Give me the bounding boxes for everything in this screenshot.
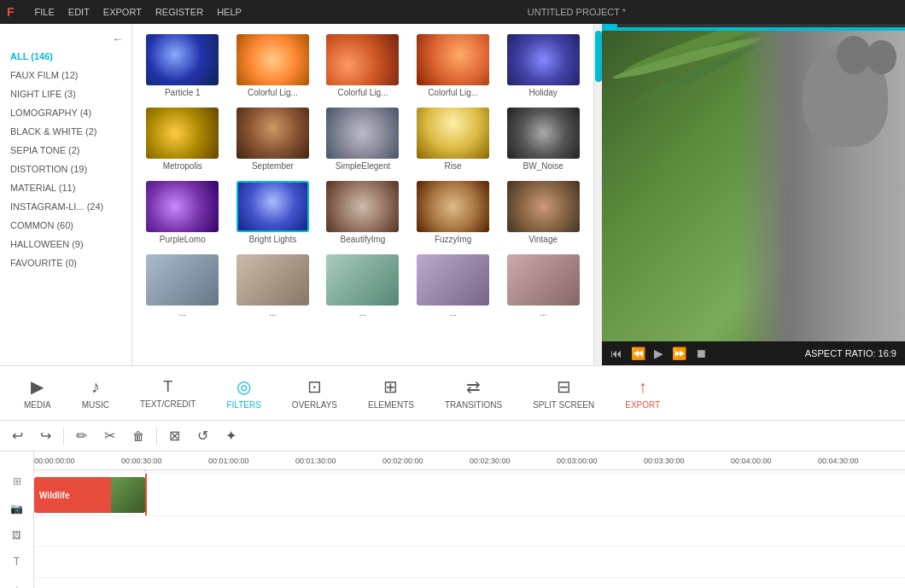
scroll-indicator[interactable] [593,24,602,365]
sidebar-item-lomography[interactable]: LOMOGRAPHY (4) [0,103,131,122]
music-icon: ♪ [91,377,100,397]
timeline-text-icon[interactable]: T [14,556,20,568]
sidebar-item-instagram[interactable]: INSTAGRAM-LI... (24) [0,197,131,216]
export-icon: ↑ [639,377,647,397]
filter-thumb-rise [417,108,489,159]
filter-item-r4d[interactable]: ... [410,251,497,321]
project-title: UNTITLED PROJECT * [528,7,626,17]
sidebar-item-sepia-tone[interactable]: SEPIA TONE (2) [0,141,131,160]
sidebar-item-black-white[interactable]: BLACK & WHITE (2) [0,122,131,141]
crop-button[interactable]: ⊠ [164,424,185,447]
ruler-tick-7: 00:03:30:00 [644,457,685,465]
edit-divider-2 [156,428,157,445]
menu-help[interactable]: HELP [217,7,242,17]
sidebar-item-distortion[interactable]: DISTORTION (19) [0,160,131,178]
timeline-image-icon[interactable]: 🖼 [12,530,21,540]
filter-label-r4c: ... [359,308,366,317]
filter-thumb-r4e [507,254,580,306]
filters-label: FILTERS [226,400,260,410]
menu-file[interactable]: FILE [35,7,55,17]
filter-item-purplelomo[interactable]: PurpleLomo [139,178,226,247]
sidebar-item-all[interactable]: ALL (146) [0,47,131,66]
filter-thumb-r4c [326,254,399,306]
filter-item-colorful3[interactable]: Colorful Lig... [410,31,497,101]
menu-edit[interactable]: EDIT [68,7,90,17]
overlays-icon: ⊡ [307,376,322,397]
filter-label-brightlights: Bright Lights [249,235,297,244]
sidebar-item-common[interactable]: COMMON (60) [0,216,131,235]
ruler-tick-4: 00:02:00:00 [382,457,423,465]
edit-toolbar: ↩ ↪ ✏ ✂ 🗑 ⊠ ↺ ✦ [0,421,905,451]
timeline-video-icon[interactable]: 📷 [10,503,23,515]
tool-export[interactable]: ↑ EXPORT [610,373,675,414]
video-track: Wildlife [34,474,905,516]
sidebar-item-night-life[interactable]: NIGHT LIFE (3) [0,84,131,103]
preview-play[interactable]: ▶ [654,346,663,360]
split-screen-icon: ⊟ [557,376,571,397]
tool-text-credit[interactable]: T TEXT/CREDIT [125,374,212,413]
tool-media[interactable]: ▶ MEDIA [9,372,67,414]
revert-button[interactable]: ↺ [192,424,213,447]
filter-item-holiday[interactable]: Holiday [499,31,587,101]
undo-button[interactable]: ↩ [7,424,28,447]
filter-thumb-r4d [417,254,489,306]
ruler-tick-8: 00:04:00:00 [731,457,772,465]
sidebar-item-material[interactable]: MATERIAL (11) [0,178,131,197]
ruler-tick-6: 00:03:00:00 [557,457,598,465]
transitions-icon: ⇄ [466,376,481,397]
timeline-adjust-icon[interactable]: ⊞ [13,475,21,487]
filter-item-r4e[interactable]: ... [499,251,587,321]
tool-transitions[interactable]: ⇄ TRANSITIONS [429,372,517,414]
music-label: MUSIC [82,400,109,410]
filter-label-september: September [252,161,294,171]
filter-item-colorful1[interactable]: Colorful Lig... [230,31,317,101]
filter-item-metropolis[interactable]: Metropolis [139,104,226,174]
tool-elements[interactable]: ⊞ ELEMENTS [353,372,429,414]
filter-item-beautifyimg[interactable]: BeautifyImg [319,178,406,247]
filter-thumb-vintage [507,181,580,232]
filter-label-colorful1: Colorful Lig... [248,88,298,97]
menu-export[interactable]: EXPORT [103,7,142,17]
main-toolbar: ▶ MEDIA ♪ MUSIC T TEXT/CREDIT ◎ FILTERS … [0,365,905,421]
filter-item-rise[interactable]: Rise [410,104,497,174]
filter-thumb-fuzzyimg [417,181,489,232]
filter-item-r4a[interactable]: ... [139,251,226,321]
filter-item-vintage[interactable]: Vintage [499,178,587,247]
filter-item-r4c[interactable]: ... [319,251,406,321]
back-arrow[interactable]: ← [0,31,131,47]
timeline-tracks: Wildlife [34,470,905,588]
sidebar-item-faux-film[interactable]: FAUX FILM (12) [0,66,131,84]
filter-item-bwnoise[interactable]: BW_Noise [499,104,587,174]
tool-overlays[interactable]: ⊡ OVERLAYS [277,372,353,414]
menu-register[interactable]: REGISTER [155,7,203,17]
filter-item-simpleelegent[interactable]: SimpleElegent [319,104,406,174]
tool-music[interactable]: ♪ MUSIC [67,373,125,414]
filter-label-vintage: Vintage [528,235,558,244]
sidebar-item-favourite[interactable]: FAVOURITE (0) [0,253,131,272]
delete-button[interactable]: 🗑 [127,426,149,446]
sidebar-item-halloween[interactable]: HALLOWEEN (9) [0,235,131,253]
preview-skip-back[interactable]: ⏮ [610,346,622,360]
filter-item-colorful2[interactable]: Colorful Lig... [319,31,406,101]
tool-split-screen[interactable]: ⊟ SPLIT SCREEN [517,372,610,414]
filter-item-particle1[interactable]: Particle 1 [139,31,226,101]
tool-filters[interactable]: ◎ FILTERS [211,372,276,414]
filter-item-r4b[interactable]: ... [230,251,317,321]
timeline-music-icon[interactable]: ♪ [15,583,20,588]
track-clip[interactable]: Wildlife [34,477,145,513]
export-label: EXPORT [625,400,660,410]
filter-item-fuzzyimg[interactable]: FuzzyImg [410,178,497,247]
preview-forward[interactable]: ⏩ [672,346,686,360]
music-track [34,578,905,588]
filter-item-brightlights[interactable]: Bright Lights [230,178,317,247]
preview-stop[interactable]: ⏹ [695,346,707,360]
filter-item-september[interactable]: September [230,104,317,174]
redo-button[interactable]: ↪ [35,424,56,447]
filter-label-r4a: ... [179,308,186,317]
pen-button[interactable]: ✏ [71,424,92,447]
filter-label-particle1: Particle 1 [165,88,201,97]
magic-button[interactable]: ✦ [220,424,242,447]
preview-rewind[interactable]: ⏪ [631,346,645,360]
cut-button[interactable]: ✂ [99,424,120,447]
filter-label-rise: Rise [445,161,462,171]
